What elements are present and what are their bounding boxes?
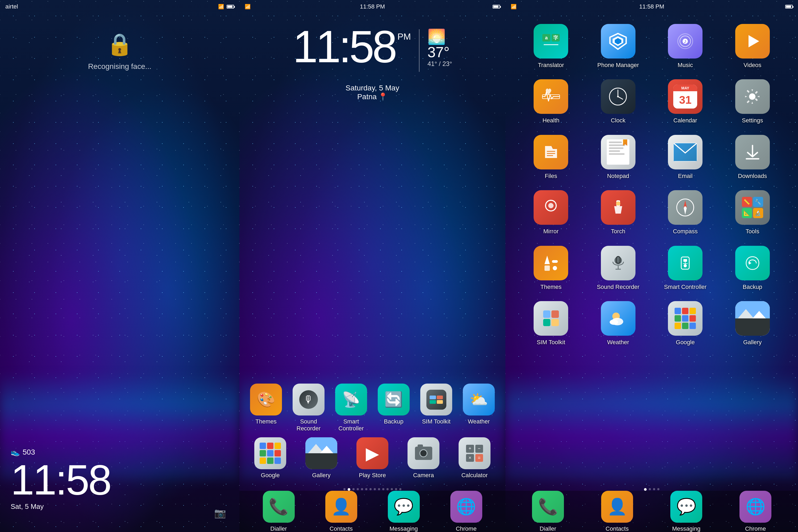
svg-point-27: [616, 201, 620, 206]
camera-shortcut[interactable]: 📷: [214, 508, 226, 519]
home-ampm: PM: [397, 32, 411, 42]
mirror-icon: [534, 190, 568, 225]
health-svg: [541, 87, 561, 107]
drawer-mirror[interactable]: Mirror: [519, 188, 583, 238]
app-camera[interactable]: Camera: [402, 437, 445, 479]
drawer-tools[interactable]: 📏 🔧 📐 🔬 Tools: [720, 188, 785, 238]
drawer-downloads[interactable]: Downloads: [720, 132, 785, 182]
status-bar-drawer: 📶 11:58 PM: [506, 0, 798, 13]
music-label: Music: [678, 62, 693, 69]
carrier-lock: airtel: [5, 3, 18, 10]
email-label: Email: [678, 173, 693, 179]
drawer-notepad[interactable]: Notepad: [586, 132, 651, 182]
dock-contacts[interactable]: 👤 Contacts: [320, 491, 363, 532]
home-location: Patna 📍: [240, 92, 506, 101]
lock-date-display: Sat, 5 May: [11, 502, 229, 511]
app-weather[interactable]: ⛅ Weather: [457, 384, 500, 432]
phonemanager-label: Phone Manager: [597, 62, 639, 69]
compass-svg: [676, 198, 695, 217]
lock-icon: 🔒: [107, 32, 133, 57]
drawer-soundrecorder2[interactable]: Sound Recorder: [586, 243, 651, 293]
drawer-files[interactable]: Files: [519, 132, 583, 182]
drawer-gallery2[interactable]: Gallery: [720, 299, 785, 348]
status-right-home: [492, 5, 500, 8]
smartcontroller2-icon: [668, 246, 703, 280]
app-drawer: 📶 11:58 PM a 字 T: [506, 0, 798, 532]
themes-label: Themes: [255, 418, 277, 425]
drawer-calendar[interactable]: MAY 31 Calendar: [653, 77, 718, 127]
app-simtoolkit[interactable]: SIM Toolkit: [415, 384, 457, 432]
drawer-email[interactable]: Email: [653, 132, 718, 182]
app-playstore[interactable]: ▶ Play Store: [351, 437, 394, 479]
weather2-icon: [601, 301, 635, 336]
steps-icon: 👟: [11, 448, 20, 456]
simtoolkit-icon: [420, 384, 452, 416]
home-apps: 🎨 Themes 🎙 Sound Recorder 📡 Smart Contro…: [240, 384, 506, 484]
translator-icon: a 字: [534, 24, 568, 58]
app-row-1: 🎨 Themes 🎙 Sound Recorder 📡 Smart Contro…: [245, 384, 500, 432]
app-gallery[interactable]: Gallery: [300, 437, 343, 479]
videos-label: Videos: [743, 62, 761, 69]
playstore-icon: ▶: [357, 437, 388, 469]
drawer-smartcontroller2[interactable]: Smart Controller: [653, 243, 718, 293]
downloads-label: Downloads: [738, 173, 767, 179]
settings-icon: [735, 79, 770, 114]
drawer-backup2[interactable]: Backup: [720, 243, 785, 293]
home-screen: 📶 11:58 PM 11:58 PM 🌅 37° 41° / 23° Satu…: [240, 0, 506, 532]
app-calculator[interactable]: + − × = Calculator: [453, 437, 496, 479]
drawer-translator[interactable]: a 字 Translator: [519, 21, 583, 71]
dock-dialler[interactable]: 📞 Dialler: [258, 491, 300, 532]
dot-5: [365, 488, 367, 490]
dot-0: [343, 488, 345, 490]
dock-chrome[interactable]: 🌐 Chrome: [445, 491, 488, 532]
clock-svg: [608, 87, 628, 107]
camera-icon: [407, 437, 439, 469]
home-status-time: 11:58 PM: [360, 3, 385, 10]
drawer-settings[interactable]: Settings: [720, 77, 785, 127]
dot-7: [374, 488, 376, 490]
drawer-videos[interactable]: Videos: [720, 21, 785, 71]
drawer-phonemanager[interactable]: Phone Manager: [586, 21, 651, 71]
drawer-simtoolkit2[interactable]: SIM Toolkit: [519, 299, 583, 348]
home-time-digits: 11:58: [292, 24, 395, 69]
chrome-label: Chrome: [456, 525, 476, 532]
themes2-label: Themes: [540, 284, 562, 290]
drawer-themes[interactable]: Themes: [519, 243, 583, 293]
signal-icon-drawer: 📶: [511, 4, 517, 10]
app-google[interactable]: Google: [249, 437, 291, 479]
drawer-weather2[interactable]: Weather: [586, 299, 651, 348]
app-themes[interactable]: 🎨 Themes: [245, 384, 287, 432]
drawer-health[interactable]: Health: [519, 77, 583, 127]
simtoolkit2-icon: [534, 301, 568, 336]
app-soundrecorder[interactable]: 🎙 Sound Recorder: [287, 384, 330, 432]
drawer-music[interactable]: ♪ Music: [653, 21, 718, 71]
phonemanager-icon: [601, 24, 635, 58]
drawer-clock[interactable]: Clock: [586, 77, 651, 127]
settings-svg: [742, 87, 762, 107]
svg-marker-12: [748, 35, 759, 48]
drawer-compass[interactable]: Compass: [653, 188, 718, 238]
weather-temp: 37°: [428, 44, 452, 60]
health-label: Health: [543, 117, 559, 124]
dot-2: [353, 488, 355, 490]
app-backup[interactable]: 🔄 Backup: [373, 384, 415, 432]
dot-4: [361, 488, 363, 490]
drawer-google2[interactable]: Google: [653, 299, 718, 348]
dot-12: [395, 488, 397, 490]
steps-count: 503: [23, 448, 35, 456]
app-smartcontroller[interactable]: 📡 Smart Controller: [330, 384, 373, 432]
files-label: Files: [545, 173, 557, 179]
torch-label: Torch: [611, 228, 625, 235]
date-location-area: Saturday, 5 May Patna 📍: [240, 84, 506, 101]
translator-label: Translator: [538, 62, 564, 69]
dock-messaging[interactable]: 💬 Messaging: [382, 491, 425, 532]
gallery-label: Gallery: [312, 472, 331, 479]
settings-label: Settings: [742, 117, 763, 124]
drawer-torch[interactable]: Torch: [586, 188, 651, 238]
backup2-icon: [735, 246, 770, 280]
face-recognition-text: Recognising face...: [88, 62, 151, 71]
status-left-drawer: 📶: [511, 4, 517, 10]
dock-home: 📞 Dialler 👤 Contacts 💬 Messaging 🌐 Chrom…: [240, 491, 506, 532]
themes2-icon: [534, 246, 568, 280]
calendar-icon: MAY 31: [668, 79, 703, 114]
